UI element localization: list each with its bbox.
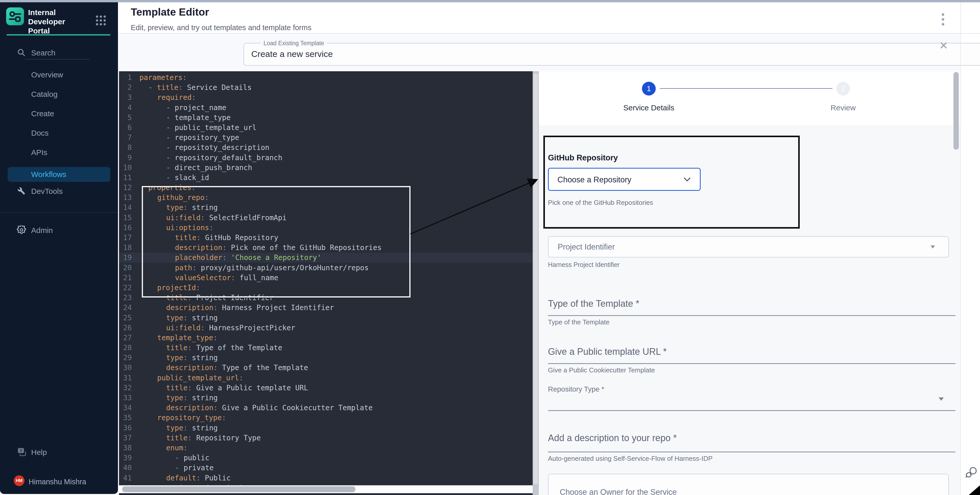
line-number: 37 — [119, 433, 132, 443]
load-existing-template-combobox[interactable]: Load Existing Template Create a new serv… — [243, 43, 980, 66]
line-number: 3 — [119, 92, 132, 102]
code-text: valueSelector: full_name — [139, 273, 278, 283]
owner-select[interactable]: Choose an Owner for the Service — [548, 474, 949, 495]
yaml-code-editor[interactable]: 1parameters:2- title: Service Details3re… — [119, 71, 533, 495]
repo-description-field[interactable]: Add a description to your repo * Auto-ge… — [548, 433, 956, 443]
portal-logo-icon[interactable] — [6, 7, 24, 25]
code-line-21[interactable]: 21valueSelector: full_name — [119, 273, 533, 283]
template-type-field[interactable]: Type of the Template * Type of the Templ… — [548, 298, 956, 309]
code-line-17[interactable]: 17title: GitHub Repository — [119, 233, 533, 243]
code-line-15[interactable]: 15ui:field: SelectFieldFromApi — [119, 213, 533, 223]
kebab-menu-icon[interactable] — [942, 13, 944, 25]
code-line-14[interactable]: 14type: string — [119, 202, 533, 213]
wrench-icon — [17, 186, 25, 196]
code-line-32[interactable]: 32title: Give a Public template URL — [119, 383, 533, 393]
user-name[interactable]: Himanshu Mishra — [29, 477, 86, 486]
chat-bubbles-icon[interactable] — [965, 466, 977, 481]
code-line-8[interactable]: 8- repositoty_description — [119, 143, 533, 153]
project-identifier-placeholder: Project Identifier — [558, 242, 615, 251]
code-line-9[interactable]: 9- repository_default_branch — [119, 153, 533, 163]
code-line-34[interactable]: 34description: Give a Public Cookiecutte… — [119, 403, 533, 413]
code-line-30[interactable]: 30description: Type of the Template — [119, 363, 533, 372]
code-line-2[interactable]: 2- title: Service Details — [119, 83, 533, 92]
page-title: Template Editor — [131, 6, 209, 18]
sidebar-item-apis[interactable]: APIs — [0, 145, 118, 160]
page-scrollbar-thumb[interactable] — [953, 72, 959, 150]
line-number: 7 — [119, 132, 132, 143]
sidebar-item-overview[interactable]: Overview — [0, 67, 118, 82]
code-line-10[interactable]: 10- direct_push_branch — [119, 163, 533, 173]
code-line-27[interactable]: 27template_type: — [119, 333, 533, 343]
sidebar-item-workflows[interactable]: Workflows — [8, 167, 110, 182]
code-line-4[interactable]: 4- project_name — [119, 103, 533, 113]
code-line-11[interactable]: 11- slack_id — [119, 173, 533, 183]
code-line-31[interactable]: 31public_template_url: — [119, 373, 533, 383]
code-line-5[interactable]: 5- template_type — [119, 113, 533, 123]
sidebar-item-admin[interactable]: Admin — [0, 223, 118, 238]
github-repository-select[interactable]: Choose a Repository — [548, 168, 701, 191]
code-line-25[interactable]: 25type: string — [119, 313, 533, 323]
app-grid-icon[interactable] — [95, 14, 107, 27]
line-number: 31 — [119, 373, 132, 383]
code-line-40[interactable]: 40- private — [119, 463, 533, 473]
project-identifier-select[interactable]: Project Identifier — [548, 236, 949, 258]
code-line-36[interactable]: 36type: string — [119, 423, 533, 433]
panel-divider — [960, 2, 961, 495]
code-line-3[interactable]: 3required: — [119, 92, 533, 102]
line-number: 20 — [119, 263, 132, 273]
code-line-26[interactable]: 26ui:field: HarnessProjectPicker — [119, 323, 533, 333]
input-underline — [548, 410, 956, 411]
code-text: public_template_url: — [139, 373, 243, 383]
code-line-23[interactable]: 23title: Project Identifier — [119, 293, 533, 303]
code-line-41[interactable]: 41default: Public — [119, 473, 533, 483]
code-line-16[interactable]: 16ui:options: — [119, 223, 533, 233]
editor-vertical-scrollbar-thumb[interactable] — [533, 73, 538, 484]
code-line-24[interactable]: 24description: Harness Project Identifie… — [119, 303, 533, 313]
sidebar-item-search[interactable]: Search — [0, 45, 118, 60]
avatar[interactable]: HM — [14, 475, 24, 486]
code-line-7[interactable]: 7- repository_type — [119, 132, 533, 143]
sidebar-item-create[interactable]: Create — [0, 106, 118, 121]
code-line-20[interactable]: 20path: proxy/github-api/users/OrkoHunte… — [119, 263, 533, 273]
code-line-1[interactable]: 1parameters: — [119, 73, 533, 83]
code-line-18[interactable]: 18description: Pick one of the GitHub Re… — [119, 243, 533, 253]
code-text: github_repo: — [139, 193, 209, 202]
code-line-19[interactable]: 19placeholder: 'Choose a Repository' — [119, 253, 533, 263]
stepper-step-2[interactable]: 2 — [836, 82, 850, 95]
github-repository-select-value: Choose a Repository — [557, 175, 632, 185]
code-text: title: GitHub Repository — [139, 233, 278, 243]
line-number: 24 — [119, 303, 132, 313]
line-number: 34 — [119, 403, 132, 413]
code-line-28[interactable]: 28title: Type of the Template — [119, 343, 533, 353]
code-line-33[interactable]: 33type: string — [119, 393, 533, 403]
code-line-22[interactable]: 22projectId: — [119, 283, 533, 293]
sidebar-item-help[interactable]: ? Help — [0, 445, 118, 460]
close-icon[interactable]: ✕ — [939, 40, 948, 51]
code-line-29[interactable]: 29type: string — [119, 353, 533, 363]
sidebar-item-devtools[interactable]: DevTools — [0, 184, 118, 199]
sidebar-item-catalog[interactable]: Catalog — [0, 87, 118, 102]
code-text: type: string — [139, 313, 218, 323]
code-line-13[interactable]: 13github_repo: — [119, 193, 533, 202]
code-line-38[interactable]: 38enum: — [119, 443, 533, 453]
load-template-bar: Load Existing Template Create a new serv… — [118, 34, 961, 71]
stepper-connector — [660, 88, 832, 89]
public-template-url-field[interactable]: Give a Public template URL * Give a Publ… — [548, 346, 956, 357]
code-line-6[interactable]: 6- public_template_url — [119, 123, 533, 132]
load-template-value: Create a new service — [251, 49, 333, 59]
public-template-url-helper: Give a Public Cookiecutter Template — [548, 366, 655, 374]
caret-down-icon — [931, 245, 935, 248]
code-line-35[interactable]: 35repository_type: — [119, 413, 533, 423]
line-number: 40 — [119, 463, 132, 473]
sidebar-item-label: Docs — [31, 129, 49, 137]
code-line-12[interactable]: 12properties: — [119, 183, 533, 193]
sidebar-item-docs[interactable]: Docs — [0, 126, 118, 140]
page-subtitle: Edit, preview, and try out templates and… — [131, 24, 312, 32]
code-line-37[interactable]: 37title: Repository Type — [119, 433, 533, 443]
repository-type-field[interactable]: Repository Type * — [548, 385, 956, 393]
sidebar-item-label: Help — [31, 448, 47, 457]
stepper-step-1[interactable]: 1 — [642, 82, 656, 95]
editor-horizontal-scrollbar-thumb[interactable] — [122, 486, 355, 492]
code-text: title: Project Identifier — [139, 293, 274, 303]
code-line-39[interactable]: 39- public — [119, 453, 533, 463]
